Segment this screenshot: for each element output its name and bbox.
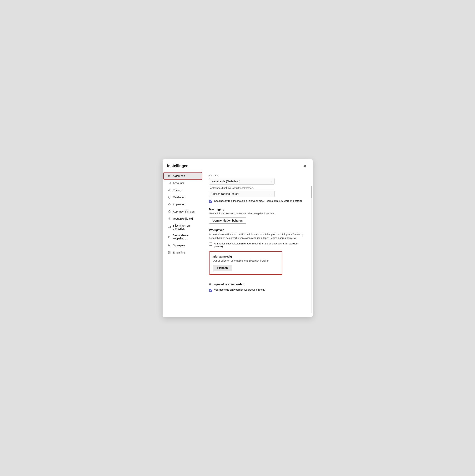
animaties-checkbox[interactable] (209, 242, 212, 246)
svg-rect-3 (169, 183, 170, 183)
account-card-icon (168, 181, 171, 185)
main-content: App-taal Nederlands (Nederland) ⌄ Toetse… (203, 171, 313, 317)
sidebar-label-bestanden: Bestanden en koppeling... (173, 234, 199, 240)
niet-aanwezig-box: Niet aanwezig Out-of-office en automatis… (209, 251, 282, 275)
weergeven-desc: Als u opnieuw wilt starten, klikt u met … (209, 232, 306, 240)
machtiging-title: Machtiging (209, 207, 306, 211)
voorgestelde-row: Voorgestelde antwoorden weergeven in cha… (209, 288, 306, 292)
svg-rect-7 (170, 204, 171, 205)
sidebar-label-apparaten: Apparaten (173, 203, 185, 206)
gemachtigden-beheren-button[interactable]: Gemachtigden beheren (209, 218, 246, 224)
sidebar-label-oproepen: Oproepen (173, 244, 185, 247)
sidebar-label-algemeen: Algemeen (173, 174, 185, 177)
niet-aanwezig-title: Niet aanwezig (213, 255, 278, 258)
svg-rect-6 (168, 204, 169, 205)
sidebar-label-erkenning: Erkenning (173, 251, 185, 254)
niet-aanwezig-desc: Out-of-office en automatische antwoorden… (213, 259, 278, 263)
weergeven-title: Weergeven (209, 228, 306, 232)
sidebar-label-meldingen: Meldingen (173, 196, 185, 199)
svg-point-8 (169, 217, 169, 218)
sidebar-item-toegankelijkheid[interactable]: Toegankelijkheid (164, 215, 202, 222)
sidebar-item-privacy[interactable]: Privacy (164, 187, 202, 194)
voorgestelde-title: Voorgestelde antwoorden (209, 283, 306, 286)
shield-icon (168, 210, 171, 213)
gear-icon (168, 174, 171, 178)
sidebar-item-oproepen[interactable]: Oproepen (164, 242, 202, 249)
scrollbar-track (311, 186, 312, 313)
sidebar-item-bijschriften[interactable]: Bijschriften en transcript... (164, 222, 202, 232)
app-taal-label: App-taal (209, 174, 306, 177)
sidebar-item-accounts[interactable]: Accounts (164, 180, 202, 187)
keyboard-hint: Toetsenbordtaal overschrijft sneltoetsen… (209, 187, 306, 189)
accessibility-icon (168, 217, 171, 221)
app-taal-select[interactable]: Nederlands (Nederland) ⌄ (209, 178, 275, 185)
sidebar: Algemeen Accounts (163, 171, 203, 317)
dialog-header: Instellingen ✕ (163, 159, 313, 171)
svg-point-1 (169, 183, 169, 183)
app-taal-value: Nederlands (Nederland) (212, 180, 240, 183)
spelling-row: Spellingcontrole inschakelen (hiervoor m… (209, 199, 306, 203)
svg-point-5 (169, 190, 170, 191)
svg-rect-0 (168, 182, 171, 184)
headset-icon (168, 203, 171, 206)
cc-icon (168, 225, 171, 229)
phone-icon (168, 244, 171, 247)
scrollbar-thumb[interactable] (311, 186, 312, 198)
keyboard-lang-select[interactable]: English (United States) ⌄ (209, 191, 275, 197)
animaties-row: Animaties uitschakelen (hiervoor moet Te… (209, 242, 306, 248)
lock-icon (168, 188, 171, 192)
chevron-down-icon-2: ⌄ (270, 192, 272, 195)
main-wrapper: App-taal Nederlands (Nederland) ⌄ Toetse… (203, 171, 313, 317)
dialog-body: Algemeen Accounts (163, 171, 313, 317)
machtiging-desc: Gemachtigden kunnen namens u bellen en g… (209, 212, 306, 215)
spelling-checkbox[interactable] (209, 200, 212, 203)
voorgestelde-checkbox[interactable] (209, 289, 212, 292)
animaties-label: Animaties uitschakelen (hiervoor moet Te… (214, 242, 306, 248)
plannen-button[interactable]: Plannen (213, 265, 232, 271)
sidebar-label-accounts: Accounts (173, 182, 184, 185)
settings-dialog: Instellingen ✕ Algemeen (163, 159, 313, 317)
chevron-down-icon: ⌄ (270, 180, 272, 183)
sidebar-label-privacy: Privacy (173, 189, 182, 192)
keyboard-lang-value: English (United States) (212, 192, 239, 195)
sidebar-label-app-machtigingen: App-machtigingen (173, 210, 195, 213)
dialog-title: Instellingen (167, 164, 189, 168)
sidebar-item-erkenning[interactable]: Erkenning (164, 249, 202, 256)
sidebar-item-algemeen[interactable]: Algemeen (164, 172, 202, 179)
sidebar-item-meldingen[interactable]: Meldingen (164, 194, 202, 201)
sidebar-item-app-machtigingen[interactable]: App-machtigingen (164, 208, 202, 215)
doc-icon (168, 251, 171, 254)
sidebar-label-bijschriften: Bijschriften en transcript... (173, 224, 199, 230)
voorgestelde-label: Voorgestelde antwoorden weergeven in cha… (214, 288, 265, 291)
bell-icon (168, 196, 171, 199)
sidebar-item-bestanden[interactable]: Bestanden en koppeling... (164, 232, 202, 242)
sidebar-label-toegankelijkheid: Toegankelijkheid (173, 217, 193, 220)
file-icon (168, 235, 171, 239)
spelling-label: Spellingcontrole inschakelen (hiervoor m… (214, 199, 302, 202)
sidebar-item-apparaten[interactable]: Apparaten (164, 201, 202, 208)
close-button[interactable]: ✕ (302, 163, 308, 169)
